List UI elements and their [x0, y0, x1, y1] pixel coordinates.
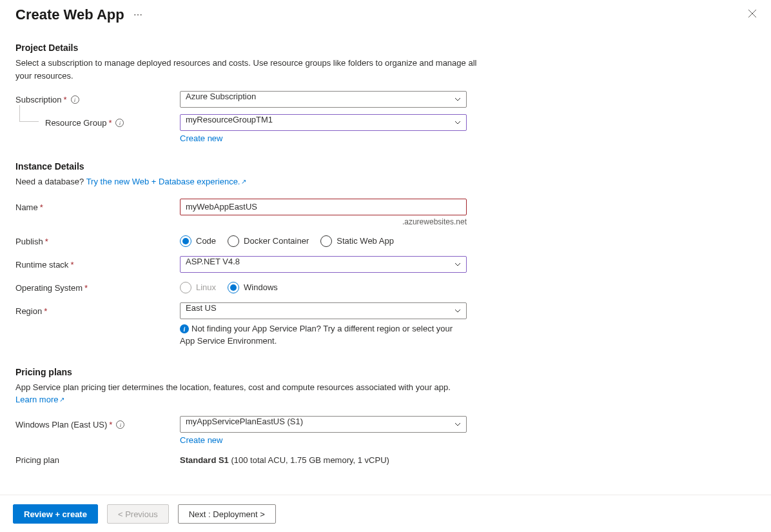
required-marker: * — [40, 202, 43, 212]
required-marker: * — [70, 260, 73, 270]
os-label: Operating System — [15, 283, 83, 293]
os-linux-radio: Linux — [180, 282, 216, 293]
wizard-footer: Review + create < Previous Next : Deploy… — [0, 495, 771, 532]
publish-label: Publish — [15, 237, 43, 246]
create-new-rg-link[interactable]: Create new — [180, 133, 222, 143]
learn-more-link[interactable]: Learn more↗ — [15, 395, 64, 404]
form-scroll-area[interactable]: Project Details Select a subscription to… — [0, 31, 762, 495]
publish-code-radio[interactable]: Code — [180, 235, 216, 247]
info-icon[interactable]: i — [71, 95, 79, 104]
subscription-label: Subscription — [15, 95, 62, 104]
domain-suffix: .azurewebsites.net — [180, 217, 467, 226]
required-marker: * — [64, 95, 67, 104]
required-marker: * — [108, 118, 112, 128]
next-button[interactable]: Next : Deployment > — [178, 504, 276, 524]
os-windows-radio[interactable]: Windows — [228, 282, 278, 293]
region-helper-text: iNot finding your App Service Plan? Try … — [180, 322, 467, 348]
region-select[interactable]: East US — [180, 302, 467, 319]
db-prompt-text: Need a database? — [15, 177, 84, 186]
project-details-desc: Select a subscription to manage deployed… — [15, 57, 480, 82]
plan-label: Windows Plan (East US) — [15, 420, 107, 429]
app-name-input[interactable] — [180, 199, 467, 215]
more-actions-icon[interactable]: ⋯ — [133, 10, 143, 20]
publish-radio-group: Code Docker Container Static Web App — [180, 233, 467, 247]
project-details-heading: Project Details — [15, 43, 747, 53]
info-icon[interactable]: i — [115, 119, 124, 127]
required-marker: * — [84, 283, 88, 293]
required-marker: * — [44, 306, 47, 316]
subscription-select[interactable]: Azure Subscription — [180, 91, 467, 108]
publish-static-radio[interactable]: Static Web App — [320, 235, 394, 247]
external-link-icon: ↗ — [59, 396, 64, 403]
review-create-button[interactable]: Review + create — [13, 504, 98, 524]
publish-docker-radio[interactable]: Docker Container — [228, 235, 309, 247]
required-marker: * — [45, 237, 48, 246]
external-link-icon: ↗ — [241, 178, 246, 185]
pricing-heading: Pricing plans — [15, 367, 747, 377]
close-icon[interactable] — [748, 9, 757, 21]
region-label: Region — [15, 306, 42, 316]
web-database-link[interactable]: Try the new Web + Database experience.↗ — [86, 177, 247, 186]
tree-connector — [19, 105, 39, 122]
pricing-plan-value: Standard S1 (100 total ACU, 1.75 GB memo… — [180, 451, 467, 465]
info-icon[interactable]: i — [116, 420, 124, 429]
name-label: Name — [15, 202, 38, 212]
resource-group-select[interactable]: myResourceGroupTM1 — [180, 114, 467, 131]
required-marker: * — [109, 420, 112, 429]
instance-details-heading: Instance Details — [15, 161, 747, 172]
resource-group-label: Resource Group — [45, 118, 106, 128]
os-radio-group: Linux Windows — [180, 279, 467, 293]
pricing-plan-label: Pricing plan — [15, 455, 59, 465]
runtime-label: Runtime stack — [15, 260, 68, 270]
create-new-plan-link[interactable]: Create new — [180, 435, 222, 445]
pricing-desc: App Service plan pricing tier determines… — [15, 381, 480, 394]
info-filled-icon: i — [180, 324, 189, 333]
windows-plan-select[interactable]: myAppServicePlanEastUS (S1) — [180, 416, 467, 433]
previous-button: < Previous — [107, 504, 169, 524]
page-title: Create Web App — [15, 6, 124, 23]
runtime-select[interactable]: ASP.NET V4.8 — [180, 256, 467, 273]
